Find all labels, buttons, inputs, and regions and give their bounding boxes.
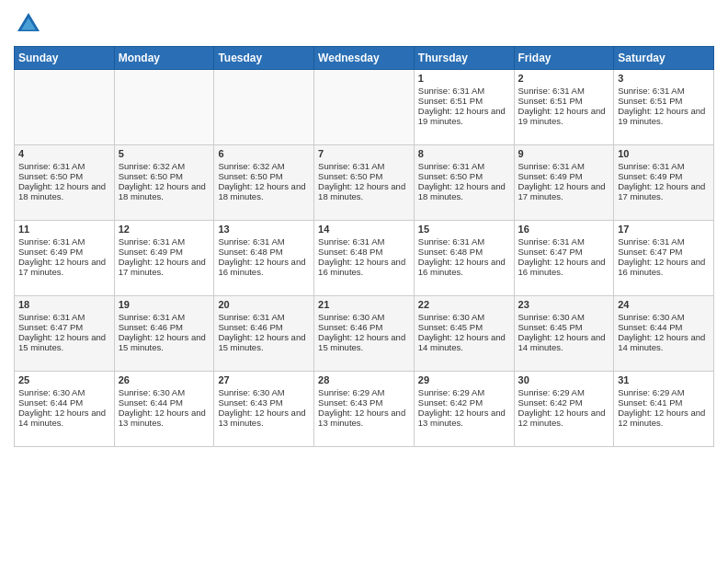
- week-row-2: 4Sunrise: 6:31 AMSunset: 6:50 PMDaylight…: [15, 145, 714, 221]
- calendar-cell: 25Sunrise: 6:30 AMSunset: 6:44 PMDayligh…: [15, 372, 115, 447]
- daylight-text: Daylight: 12 hours and 12 minutes.: [618, 408, 710, 428]
- sunset-text: Sunset: 6:46 PM: [318, 322, 410, 332]
- sunset-text: Sunset: 6:48 PM: [218, 247, 310, 257]
- calendar-cell: 8Sunrise: 6:31 AMSunset: 6:50 PMDaylight…: [414, 145, 514, 221]
- daylight-text: Daylight: 12 hours and 14 minutes.: [518, 332, 610, 352]
- sunset-text: Sunset: 6:46 PM: [119, 322, 210, 332]
- day-number: 24: [618, 299, 710, 310]
- day-number: 29: [418, 374, 510, 385]
- sunrise-text: Sunrise: 6:31 AM: [18, 236, 110, 247]
- calendar-cell: [314, 70, 415, 145]
- sunset-text: Sunset: 6:46 PM: [218, 322, 310, 332]
- day-number: 17: [618, 224, 710, 235]
- day-number: 20: [218, 299, 310, 310]
- header: [14, 9, 714, 39]
- sunset-text: Sunset: 6:43 PM: [218, 397, 310, 408]
- sunset-text: Sunset: 6:47 PM: [618, 247, 710, 257]
- sunset-text: Sunset: 6:50 PM: [18, 171, 110, 181]
- sunset-text: Sunset: 6:50 PM: [119, 171, 210, 181]
- day-number: 22: [418, 299, 510, 310]
- calendar-cell: 14Sunrise: 6:31 AMSunset: 6:48 PMDayligh…: [314, 221, 415, 296]
- sunset-text: Sunset: 6:41 PM: [618, 397, 710, 408]
- sunrise-text: Sunrise: 6:30 AM: [318, 312, 410, 322]
- calendar-cell: 1Sunrise: 6:31 AMSunset: 6:51 PMDaylight…: [414, 70, 514, 145]
- calendar-cell: 7Sunrise: 6:31 AMSunset: 6:50 PMDaylight…: [314, 145, 415, 221]
- sunset-text: Sunset: 6:49 PM: [18, 247, 110, 257]
- sunset-text: Sunset: 6:42 PM: [518, 397, 610, 408]
- sunrise-text: Sunrise: 6:31 AM: [418, 161, 510, 171]
- sunset-text: Sunset: 6:42 PM: [418, 397, 510, 408]
- day-header-monday: Monday: [114, 47, 214, 70]
- calendar-table: SundayMondayTuesdayWednesdayThursdayFrid…: [14, 46, 714, 447]
- daylight-text: Daylight: 12 hours and 15 minutes.: [18, 332, 110, 352]
- sunset-text: Sunset: 6:44 PM: [618, 322, 710, 332]
- day-number: 14: [318, 224, 410, 235]
- calendar-cell: 9Sunrise: 6:31 AMSunset: 6:49 PMDaylight…: [514, 145, 614, 221]
- sunrise-text: Sunrise: 6:31 AM: [518, 161, 610, 171]
- daylight-text: Daylight: 12 hours and 12 minutes.: [518, 408, 610, 428]
- logo: [14, 9, 47, 39]
- daylight-text: Daylight: 12 hours and 15 minutes.: [218, 332, 310, 352]
- sunrise-text: Sunrise: 6:31 AM: [218, 236, 310, 247]
- sunrise-text: Sunrise: 6:31 AM: [618, 236, 710, 247]
- sunset-text: Sunset: 6:49 PM: [119, 247, 210, 257]
- calendar-cell: 16Sunrise: 6:31 AMSunset: 6:47 PMDayligh…: [514, 221, 614, 296]
- sunrise-text: Sunrise: 6:30 AM: [418, 312, 510, 322]
- sunset-text: Sunset: 6:44 PM: [18, 397, 110, 408]
- daylight-text: Daylight: 12 hours and 16 minutes.: [218, 257, 310, 277]
- sunrise-text: Sunrise: 6:31 AM: [119, 312, 210, 322]
- day-number: 25: [18, 374, 110, 385]
- day-number: 7: [318, 148, 410, 159]
- calendar-cell: 23Sunrise: 6:30 AMSunset: 6:45 PMDayligh…: [514, 296, 614, 372]
- day-number: 19: [119, 299, 210, 310]
- day-number: 31: [618, 374, 710, 385]
- sunrise-text: Sunrise: 6:31 AM: [218, 312, 310, 322]
- day-number: 23: [518, 299, 610, 310]
- calendar-cell: 21Sunrise: 6:30 AMSunset: 6:46 PMDayligh…: [314, 296, 415, 372]
- sunset-text: Sunset: 6:44 PM: [119, 397, 210, 408]
- daylight-text: Daylight: 12 hours and 19 minutes.: [418, 106, 510, 126]
- sunrise-text: Sunrise: 6:31 AM: [119, 236, 210, 247]
- sunset-text: Sunset: 6:45 PM: [418, 322, 510, 332]
- day-number: 6: [218, 148, 310, 159]
- sunrise-text: Sunrise: 6:31 AM: [618, 86, 710, 96]
- sunrise-text: Sunrise: 6:30 AM: [618, 312, 710, 322]
- sunrise-text: Sunrise: 6:31 AM: [518, 86, 610, 96]
- sunset-text: Sunset: 6:51 PM: [618, 96, 710, 106]
- sunset-text: Sunset: 6:51 PM: [418, 96, 510, 106]
- day-header-saturday: Saturday: [614, 47, 714, 70]
- day-header-sunday: Sunday: [15, 47, 115, 70]
- day-number: 30: [518, 374, 610, 385]
- sunrise-text: Sunrise: 6:31 AM: [318, 236, 410, 247]
- day-number: 15: [418, 224, 510, 235]
- calendar-cell: 28Sunrise: 6:29 AMSunset: 6:43 PMDayligh…: [314, 372, 415, 447]
- sunrise-text: Sunrise: 6:32 AM: [218, 161, 310, 171]
- sunrise-text: Sunrise: 6:31 AM: [18, 161, 110, 171]
- daylight-text: Daylight: 12 hours and 14 minutes.: [618, 332, 710, 352]
- calendar-cell: 10Sunrise: 6:31 AMSunset: 6:49 PMDayligh…: [614, 145, 714, 221]
- sunrise-text: Sunrise: 6:32 AM: [119, 161, 210, 171]
- daylight-text: Daylight: 12 hours and 15 minutes.: [119, 332, 210, 352]
- day-header-friday: Friday: [514, 47, 614, 70]
- daylight-text: Daylight: 12 hours and 17 minutes.: [518, 181, 610, 201]
- sunrise-text: Sunrise: 6:29 AM: [618, 387, 710, 397]
- daylight-text: Daylight: 12 hours and 13 minutes.: [318, 408, 410, 428]
- sunrise-text: Sunrise: 6:31 AM: [318, 161, 410, 171]
- daylight-text: Daylight: 12 hours and 13 minutes.: [119, 408, 210, 428]
- sunset-text: Sunset: 6:50 PM: [418, 171, 510, 181]
- sunrise-text: Sunrise: 6:31 AM: [418, 236, 510, 247]
- day-header-wednesday: Wednesday: [314, 47, 415, 70]
- calendar-cell: 4Sunrise: 6:31 AMSunset: 6:50 PMDaylight…: [15, 145, 115, 221]
- sunrise-text: Sunrise: 6:31 AM: [18, 312, 110, 322]
- calendar-cell: 2Sunrise: 6:31 AMSunset: 6:51 PMDaylight…: [514, 70, 614, 145]
- daylight-text: Daylight: 12 hours and 15 minutes.: [318, 332, 410, 352]
- daylight-text: Daylight: 12 hours and 18 minutes.: [18, 181, 110, 201]
- day-number: 18: [18, 299, 110, 310]
- day-number: 21: [318, 299, 410, 310]
- day-number: 26: [119, 374, 210, 385]
- day-number: 12: [119, 224, 210, 235]
- daylight-text: Daylight: 12 hours and 18 minutes.: [119, 181, 210, 201]
- daylight-text: Daylight: 12 hours and 18 minutes.: [318, 181, 410, 201]
- day-number: 3: [618, 73, 710, 84]
- day-header-tuesday: Tuesday: [214, 47, 314, 70]
